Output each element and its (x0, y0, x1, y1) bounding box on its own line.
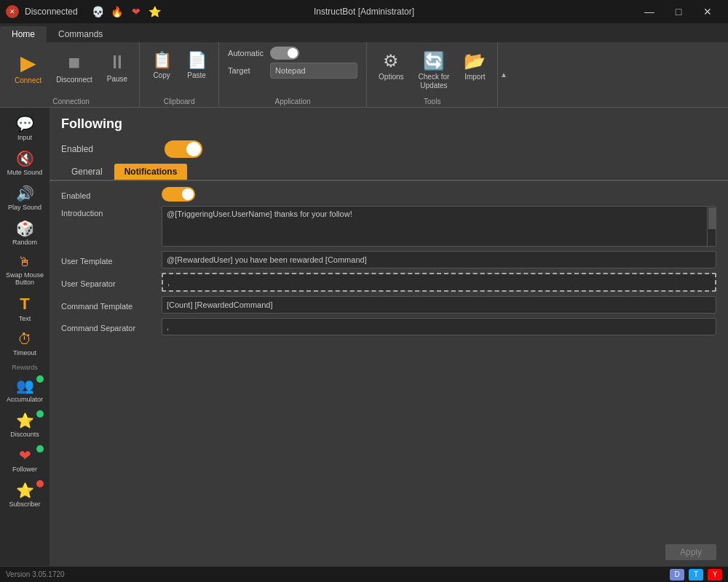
minimize-button[interactable]: — (635, 1, 664, 22)
notifications-enabled-row: Enabled (61, 187, 716, 202)
command-separator-input[interactable] (162, 318, 716, 335)
star-icon: ⭐ (149, 6, 161, 17)
options-icon: ⚙ (383, 51, 399, 71)
command-template-input[interactable] (162, 296, 716, 314)
ribbon-tab-bar: Home Commands (0, 23, 728, 42)
tab-home[interactable]: Home (0, 26, 47, 42)
titlebar-nav-icons: 💀 🔥 ❤ ⭐ (92, 6, 161, 17)
enabled-toggle[interactable] (165, 140, 202, 158)
automatic-toggle[interactable] (270, 47, 299, 60)
timeout-icon: ⏱ (17, 331, 32, 348)
text-icon: T (20, 295, 29, 314)
sidebar-item-accumulator[interactable]: 👥 Accumulator (0, 372, 50, 407)
sidebar-item-input-label: Input (17, 134, 32, 141)
tab-commands[interactable]: Commands (47, 26, 114, 42)
sidebar-item-swap-mouse[interactable]: 🖱 Swap Mouse Button (0, 250, 50, 290)
user-separator-input[interactable] (163, 274, 715, 290)
introduction-field-wrapper (162, 206, 716, 247)
sidebar-item-play-sound-label: Play Sound (8, 204, 41, 211)
disconnect-button[interactable]: ■ Disconnect (50, 48, 98, 87)
clipboard-group-label: Clipboard (146, 97, 213, 107)
follower-icon: ❤ (19, 447, 31, 464)
options-button[interactable]: ⚙ Options (373, 48, 409, 84)
discord-icon[interactable]: D (670, 569, 684, 581)
introduction-scrollbar[interactable] (707, 207, 716, 246)
accumulator-status-dot (36, 375, 44, 383)
ribbon-group-tools: ⚙ Options 🔄 Check for Updates 📂 Import T… (367, 42, 497, 107)
tab-general[interactable]: General (61, 164, 113, 180)
sidebar-item-timeout[interactable]: ⏱ Timeout (0, 327, 50, 361)
target-row: Target Notepad (228, 63, 357, 79)
follower-status-dot (36, 445, 44, 453)
introduction-textarea[interactable] (162, 207, 707, 246)
app-icon: ✕ (6, 5, 19, 18)
skull-icon: 💀 (92, 6, 104, 17)
user-template-input[interactable] (162, 251, 716, 268)
copy-icon: 📋 (152, 51, 172, 70)
notifications-form: Enabled Introduction User Template (50, 181, 728, 341)
copy-button[interactable]: 📋 Copy (146, 48, 178, 83)
check-updates-button[interactable]: 🔄 Check for Updates (413, 48, 456, 93)
youtube-icon[interactable]: Y (708, 569, 722, 581)
subscriber-status-dot (36, 480, 44, 487)
sidebar-item-mute-sound[interactable]: 🔇 Mute Sound (0, 146, 50, 180)
sidebar-item-play-sound[interactable]: 🔊 Play Sound (0, 180, 50, 215)
ribbon-group-application: Automatic Target Notepad Application (219, 42, 367, 107)
import-button[interactable]: 📂 Import (458, 48, 491, 84)
ribbon-collapse-button[interactable]: ▲ (497, 42, 509, 107)
introduction-scrollbar-thumb (708, 207, 716, 229)
command-separator-row: Command Separator (61, 318, 716, 335)
sidebar-item-random[interactable]: 🎲 Random (0, 215, 50, 250)
target-dropdown[interactable]: Notepad (270, 63, 357, 79)
ribbon-group-clipboard: 📋 Copy 📄 Paste Clipboard (140, 42, 219, 107)
maximize-button[interactable]: □ (664, 1, 693, 22)
apply-area: Apply (50, 538, 728, 566)
version-label: Version 3.05.1720 (6, 570, 65, 578)
ribbon: ▶ Connect ■ Disconnect ⏸ Pause Connectio… (0, 42, 728, 108)
content-area: Following Enabled General Notifications … (50, 108, 728, 566)
notifications-enabled-thumb (182, 188, 194, 200)
subscriber-icon: ⭐ (16, 482, 34, 499)
window-controls: — □ ✕ (635, 1, 722, 22)
clipboard-buttons: 📋 Copy 📄 Paste (146, 45, 213, 97)
apply-button[interactable]: Apply (665, 544, 716, 560)
sidebar-item-subscriber[interactable]: ⭐ Subscriber (0, 477, 50, 512)
enabled-row: Enabled (50, 137, 728, 161)
application-group-label: Application (228, 97, 357, 107)
user-template-row: User Template (61, 251, 716, 268)
mute-sound-icon: 🔇 (16, 150, 34, 167)
connect-label: Connect (15, 76, 41, 85)
main-area: 💬 Input 🔇 Mute Sound 🔊 Play Sound 🎲 Rand… (0, 108, 728, 566)
command-template-label: Command Template (61, 299, 156, 311)
user-separator-label: User Separator (61, 276, 156, 288)
twitter-icon[interactable]: T (689, 569, 703, 581)
copy-label: Copy (153, 71, 170, 80)
user-template-label: User Template (61, 254, 156, 266)
check-updates-label: Check for Updates (419, 73, 450, 90)
close-button[interactable]: ✕ (693, 1, 722, 22)
paste-button[interactable]: 📄 Paste (181, 48, 213, 83)
automatic-label: Automatic (228, 49, 264, 57)
content-spacer (50, 341, 728, 538)
pause-button[interactable]: ⏸ Pause (101, 48, 133, 87)
introduction-row: Introduction (61, 206, 716, 247)
import-label: Import (464, 73, 485, 81)
sidebar-item-random-label: Random (12, 239, 37, 246)
sidebar-item-text[interactable]: T Text (0, 290, 50, 327)
flame-icon: 🔥 (111, 6, 123, 17)
tab-notifications[interactable]: Notifications (114, 164, 188, 180)
accumulator-icon: 👥 (16, 377, 34, 394)
ribbon-group-connection: ▶ Connect ■ Disconnect ⏸ Pause Connectio… (3, 42, 140, 107)
sidebar-item-text-label: Text (19, 315, 31, 322)
sidebar-item-input[interactable]: 💬 Input (0, 111, 50, 146)
paste-icon: 📄 (187, 51, 207, 70)
connect-button[interactable]: ▶ Connect (9, 48, 47, 88)
user-separator-row: User Separator (61, 273, 716, 292)
discounts-status-dot (36, 410, 44, 418)
notifications-enabled-toggle[interactable] (162, 187, 195, 202)
sidebar-item-discounts[interactable]: ⭐ Discounts (0, 407, 50, 442)
connection-group-label: Connection (9, 97, 133, 107)
input-icon: 💬 (16, 115, 34, 132)
sidebar-item-subscriber-label: Subscriber (9, 501, 40, 508)
sidebar-item-follower[interactable]: ❤ Follower (0, 442, 50, 477)
